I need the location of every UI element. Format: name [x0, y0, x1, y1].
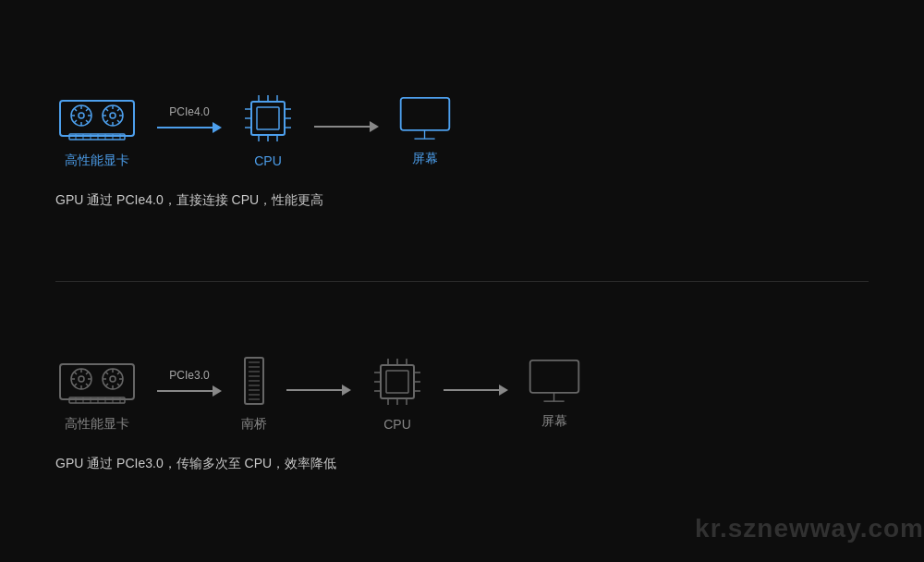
- bottom-monitor-label: 屏幕: [541, 413, 567, 430]
- svg-line-64: [117, 384, 120, 386]
- arrow-line-gray3: [286, 385, 351, 396]
- svg-line-54: [86, 384, 89, 386]
- svg-line-66: [105, 384, 108, 386]
- pcie4-label: PCIe4.0: [169, 105, 209, 118]
- top-cpu-label: CPU: [254, 153, 282, 168]
- svg-rect-30: [257, 107, 279, 129]
- svg-point-58: [110, 376, 116, 382]
- top-section: 高性能显卡 PCIe4.0: [55, 28, 869, 272]
- svg-rect-99: [530, 360, 579, 393]
- svg-line-65: [117, 372, 120, 374]
- arrowhead-gray2: [213, 385, 222, 397]
- bridge-label: 南桥: [241, 416, 267, 433]
- arrowhead-gray4: [499, 385, 508, 396]
- bottom-cpu-label: CPU: [383, 417, 411, 432]
- svg-line-63: [105, 372, 108, 374]
- top-monitor-label: 屏幕: [412, 151, 438, 167]
- arrow-line-blue: [157, 122, 222, 133]
- top-monitor-component: 屏幕: [397, 92, 453, 167]
- top-cpu-component: CPU: [240, 91, 296, 168]
- bottom-monitor-component: 屏幕: [527, 355, 582, 430]
- svg-line-8: [86, 120, 89, 123]
- svg-point-48: [79, 376, 84, 382]
- svg-line-9: [86, 108, 89, 111]
- top-diagram-row: 高性能显卡 PCIe4.0: [55, 90, 869, 169]
- bridge-component: 南桥: [240, 353, 268, 433]
- bottom-arrow-plain2: [444, 370, 508, 416]
- arrowhead-blue: [213, 122, 222, 133]
- pcie3-label: PCIe3.0: [169, 369, 209, 382]
- arrowhead-gray: [370, 121, 379, 132]
- line-gray2: [157, 390, 213, 392]
- svg-line-7: [74, 108, 77, 111]
- svg-line-19: [117, 108, 120, 111]
- top-gpu-label: 高性能显卡: [65, 153, 129, 169]
- bottom-section: 高性能显卡 PCIe3.0: [55, 291, 869, 535]
- line-gray3: [286, 389, 342, 391]
- svg-point-2: [79, 113, 84, 118]
- svg-line-10: [74, 120, 77, 123]
- arrowhead-gray3: [342, 385, 351, 396]
- arrow-line-gray2: [157, 385, 222, 397]
- svg-line-53: [74, 372, 77, 374]
- svg-rect-43: [401, 98, 450, 130]
- arrow-line-gray4: [444, 385, 508, 396]
- top-arrow-pcie4: PCIe4.0: [157, 105, 222, 153]
- gpu-blue-icon: [55, 90, 139, 145]
- svg-point-12: [110, 113, 116, 118]
- cpu-blue-icon: [240, 91, 296, 146]
- svg-line-18: [117, 120, 120, 123]
- svg-line-56: [74, 384, 77, 386]
- svg-rect-86: [386, 371, 408, 393]
- bottom-description: GPU 通过 PCIe3.0，传输多次至 CPU，效率降低: [55, 456, 869, 472]
- bottom-arrow-pcie3: PCIe3.0: [157, 369, 222, 417]
- section-divider: [55, 281, 869, 282]
- monitor-blue-icon: [397, 92, 453, 143]
- top-arrow-plain: [314, 106, 379, 153]
- line-blue: [157, 127, 213, 128]
- main-container: 高性能显卡 PCIe4.0: [0, 0, 924, 562]
- top-description: GPU 通过 PCIe4.0，直接连接 CPU，性能更高: [55, 192, 869, 209]
- svg-line-17: [105, 108, 108, 111]
- bottom-cpu-component: CPU: [370, 354, 425, 432]
- arrow-line-gray: [314, 121, 379, 132]
- bottom-diagram-row: 高性能显卡 PCIe3.0: [55, 353, 869, 433]
- cpu-gray-icon: [370, 354, 425, 409]
- line-gray: [314, 126, 370, 128]
- watermark: kr.sznewway.com: [695, 514, 924, 544]
- svg-line-20: [105, 120, 108, 123]
- top-gpu-component: 高性能显卡: [55, 90, 139, 169]
- gpu-gray-icon: [55, 353, 139, 409]
- line-gray4: [444, 389, 499, 391]
- monitor-gray-icon: [527, 355, 582, 406]
- bottom-gpu-label: 高性能显卡: [65, 416, 129, 433]
- svg-line-55: [86, 372, 89, 374]
- bridge-icon: [240, 353, 268, 409]
- bottom-arrow-plain1: [286, 370, 351, 416]
- bottom-gpu-component: 高性能显卡: [55, 353, 139, 433]
